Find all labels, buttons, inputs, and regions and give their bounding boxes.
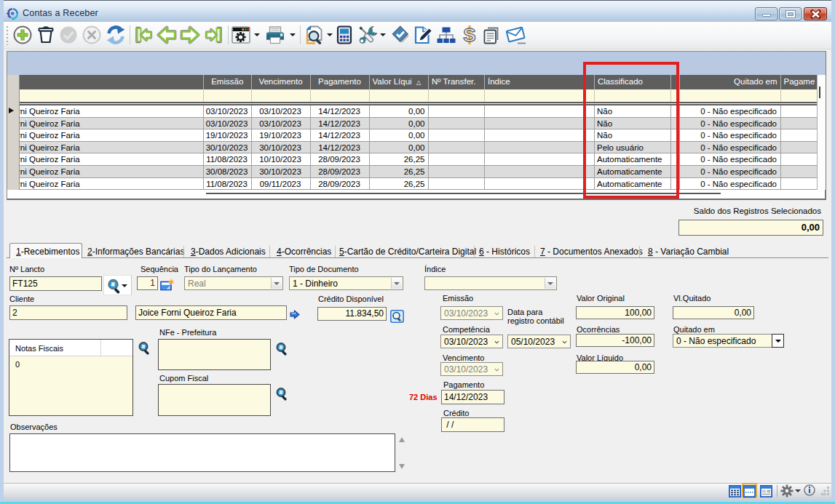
svg-text:S: S [463, 25, 475, 45]
